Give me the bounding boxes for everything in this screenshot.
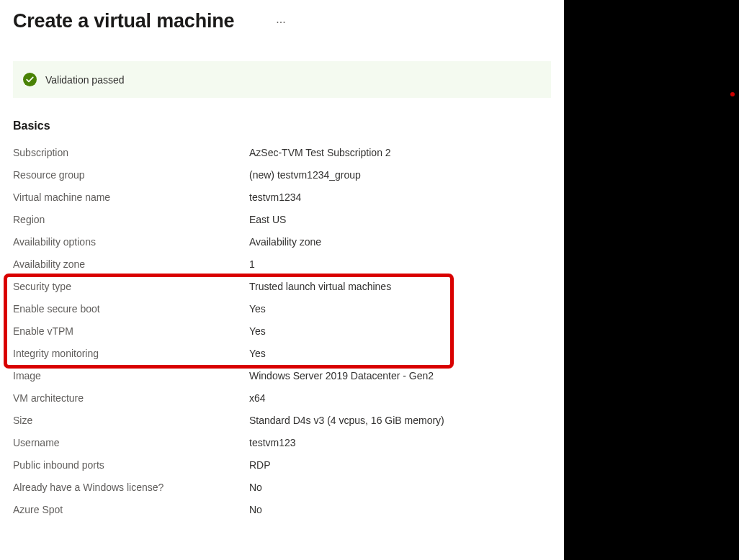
table-row: Region East US bbox=[13, 208, 551, 230]
detail-value: Standard D4s v3 (4 vcpus, 16 GiB memory) bbox=[249, 415, 444, 426]
detail-value: RDP bbox=[249, 459, 271, 471]
detail-value: (new) testvm1234_group bbox=[249, 169, 361, 181]
detail-value: Yes bbox=[249, 325, 266, 337]
detail-value: testvm1234 bbox=[249, 191, 301, 203]
detail-value: x64 bbox=[249, 392, 266, 404]
validation-status-text: Validation passed bbox=[45, 74, 124, 86]
detail-label: Public inbound ports bbox=[13, 459, 249, 471]
detail-label: Subscription bbox=[13, 147, 249, 158]
table-row: Availability options Availability zone bbox=[13, 230, 551, 253]
detail-value: Availability zone bbox=[249, 236, 321, 248]
right-panel bbox=[564, 0, 739, 560]
detail-label: Resource group bbox=[13, 169, 249, 181]
detail-value: AzSec-TVM Test Subscription 2 bbox=[249, 147, 391, 158]
detail-value: Windows Server 2019 Datacenter - Gen2 bbox=[249, 370, 434, 381]
detail-label: Availability options bbox=[13, 236, 249, 248]
success-check-icon bbox=[23, 73, 37, 86]
validation-banner: Validation passed bbox=[13, 61, 551, 98]
table-row: VM architecture x64 bbox=[13, 387, 551, 409]
table-row: Enable secure boot Yes bbox=[13, 297, 551, 320]
detail-label: Enable vTPM bbox=[13, 325, 249, 337]
detail-label: Image bbox=[13, 370, 249, 381]
table-row: Already have a Windows license? No bbox=[13, 476, 551, 498]
detail-value: testvm123 bbox=[249, 437, 296, 448]
detail-value: No bbox=[249, 504, 262, 515]
basics-details: Subscription AzSec-TVM Test Subscription… bbox=[0, 135, 564, 520]
svg-point-0 bbox=[23, 73, 37, 86]
detail-value: No bbox=[249, 482, 262, 493]
table-row: Subscription AzSec-TVM Test Subscription… bbox=[13, 141, 551, 163]
detail-label: Enable secure boot bbox=[13, 303, 249, 315]
detail-value: Yes bbox=[249, 348, 266, 359]
table-row: Username testvm123 bbox=[13, 431, 551, 453]
table-row: Availability zone 1 bbox=[13, 253, 551, 275]
detail-label: Already have a Windows license? bbox=[13, 482, 249, 493]
detail-value: Yes bbox=[249, 303, 266, 315]
more-actions-button[interactable]: ··· bbox=[276, 16, 285, 29]
page-title: Create a virtual machine bbox=[13, 10, 234, 32]
detail-label: Region bbox=[13, 214, 249, 225]
table-row: Integrity monitoring Yes bbox=[13, 342, 551, 364]
detail-label: Availability zone bbox=[13, 258, 249, 270]
detail-label: Virtual machine name bbox=[13, 191, 249, 203]
table-row: Image Windows Server 2019 Datacenter - G… bbox=[13, 364, 551, 387]
detail-label: Username bbox=[13, 437, 249, 448]
detail-label: Azure Spot bbox=[13, 504, 249, 515]
detail-label: Integrity monitoring bbox=[13, 348, 249, 359]
recording-indicator-icon bbox=[730, 92, 735, 96]
detail-label: Security type bbox=[13, 281, 249, 292]
table-row: Security type Trusted launch virtual mac… bbox=[13, 275, 551, 297]
table-row: Resource group (new) testvm1234_group bbox=[13, 163, 551, 186]
detail-value: Trusted launch virtual machines bbox=[249, 281, 391, 292]
table-row: Azure Spot No bbox=[13, 498, 551, 520]
table-row: Virtual machine name testvm1234 bbox=[13, 186, 551, 208]
detail-label: VM architecture bbox=[13, 392, 249, 404]
table-row: Public inbound ports RDP bbox=[13, 453, 551, 476]
detail-value: 1 bbox=[249, 258, 255, 270]
detail-label: Size bbox=[13, 415, 249, 426]
section-title-basics: Basics bbox=[0, 98, 564, 135]
table-row: Size Standard D4s v3 (4 vcpus, 16 GiB me… bbox=[13, 409, 551, 431]
detail-value: East US bbox=[249, 214, 286, 225]
table-row: Enable vTPM Yes bbox=[13, 320, 551, 342]
